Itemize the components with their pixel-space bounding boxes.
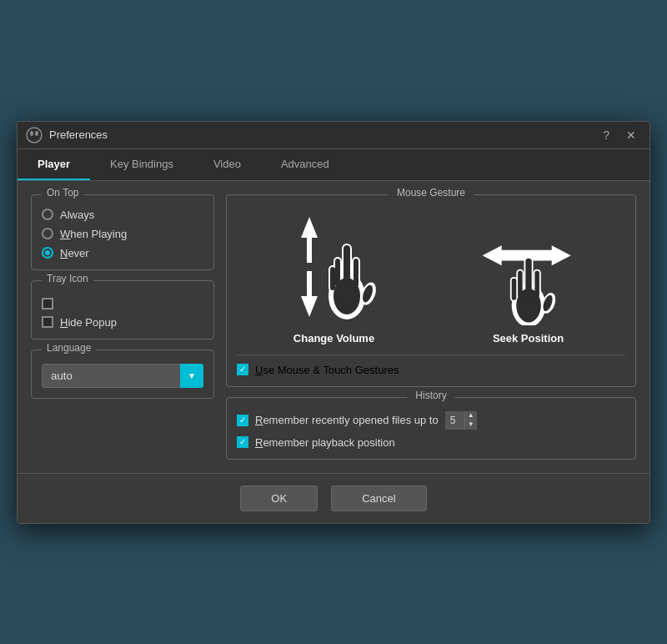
on-top-label: On Top bbox=[42, 187, 83, 199]
history-label: History bbox=[407, 390, 454, 401]
use-gesture-checkbox[interactable] bbox=[237, 364, 248, 375]
seek-position-gesture: Seek Position bbox=[479, 209, 579, 345]
hide-popup-checkbox bbox=[42, 316, 53, 328]
volume-gesture-icon bbox=[284, 209, 384, 325]
tab-player[interactable]: Player bbox=[18, 149, 90, 180]
checkbox-hide-popup[interactable]: Hide Popup bbox=[42, 316, 203, 329]
radio-never-indicator bbox=[42, 247, 53, 259]
svg-marker-3 bbox=[301, 217, 318, 263]
remember-files-checkbox[interactable] bbox=[237, 415, 248, 426]
use-gesture-text: Use Mouse & Touch Gestures bbox=[255, 364, 399, 376]
svg-point-1 bbox=[30, 131, 33, 136]
use-gesture-row: Use Mouse & Touch Gestures bbox=[237, 355, 625, 376]
tray-group: Tray Icon Hide Popup bbox=[31, 280, 214, 340]
files-increment-btn[interactable]: ▲ bbox=[465, 411, 477, 421]
radio-never[interactable]: Never bbox=[42, 247, 203, 259]
tray-label: Tray Icon bbox=[42, 273, 93, 284]
svg-rect-25 bbox=[525, 258, 531, 293]
remember-position-checkbox[interactable] bbox=[237, 436, 248, 448]
change-volume-gesture: Change Volume bbox=[284, 209, 384, 345]
language-select[interactable]: auto bbox=[42, 364, 203, 388]
tab-key-bindings[interactable]: Key Bindings bbox=[90, 149, 193, 180]
svg-rect-15 bbox=[330, 267, 335, 290]
on-top-group: On Top Always When Playing Never bbox=[31, 194, 214, 270]
radio-when-playing-indicator bbox=[42, 228, 53, 239]
change-volume-label: Change Volume bbox=[293, 332, 374, 345]
title-bar-left: Preferences bbox=[26, 127, 108, 143]
close-button[interactable]: ✕ bbox=[621, 127, 641, 143]
files-count: 5 bbox=[445, 411, 465, 430]
ok-button[interactable]: OK bbox=[240, 486, 318, 511]
files-decrement-btn[interactable]: ▼ bbox=[465, 420, 477, 430]
tab-video[interactable]: Video bbox=[193, 149, 261, 180]
main-content: On Top Always When Playing Never Tray Ic… bbox=[18, 181, 649, 473]
language-select-wrapper: auto bbox=[42, 364, 203, 388]
svg-rect-26 bbox=[518, 270, 523, 296]
preferences-dialog: Preferences ? ✕ Player Key Bindings Vide… bbox=[17, 121, 650, 524]
radio-always[interactable]: Always bbox=[42, 209, 203, 221]
gesture-illustrations: Change Volume bbox=[237, 209, 625, 345]
help-button[interactable]: ? bbox=[598, 127, 614, 143]
tab-bar: Player Key Bindings Video Advanced bbox=[18, 149, 649, 181]
tab-advanced[interactable]: Advanced bbox=[261, 149, 349, 180]
svg-rect-14 bbox=[354, 259, 359, 287]
gesture-group: Mouse Gesture bbox=[226, 194, 636, 387]
title-bar-controls: ? ✕ bbox=[598, 127, 641, 143]
tray-icon-checkbox bbox=[42, 298, 53, 309]
checkbox-tray-icon[interactable] bbox=[42, 298, 203, 309]
svg-rect-28 bbox=[511, 278, 516, 299]
seek-gesture-icon bbox=[479, 209, 579, 325]
language-group: Language auto bbox=[31, 350, 214, 399]
svg-rect-13 bbox=[335, 259, 340, 287]
history-position-row: Remember playback position bbox=[237, 436, 625, 449]
dialog-title: Preferences bbox=[49, 128, 108, 141]
mouse-gesture-label: Mouse Gesture bbox=[389, 187, 474, 199]
app-icon bbox=[26, 127, 43, 143]
radio-when-playing[interactable]: When Playing bbox=[42, 228, 203, 240]
dialog-footer: OK Cancel bbox=[18, 473, 649, 523]
history-files-row: Remember recently opened files up to 5 ▲… bbox=[237, 411, 625, 430]
seek-position-label: Seek Position bbox=[493, 332, 564, 345]
files-spinner[interactable]: 5 ▲ ▼ bbox=[445, 411, 477, 430]
svg-point-0 bbox=[27, 128, 42, 143]
files-spinner-btns: ▲ ▼ bbox=[465, 411, 477, 430]
right-panel: Mouse Gesture bbox=[226, 194, 636, 460]
radio-always-indicator bbox=[42, 209, 53, 220]
svg-point-2 bbox=[35, 131, 38, 136]
left-panel: On Top Always When Playing Never Tray Ic… bbox=[31, 194, 214, 460]
history-group: History Remember recently opened files u… bbox=[226, 397, 636, 460]
language-label: Language bbox=[42, 342, 96, 354]
svg-marker-4 bbox=[301, 271, 318, 317]
svg-rect-12 bbox=[344, 245, 350, 284]
svg-rect-27 bbox=[534, 270, 539, 296]
cancel-button[interactable]: Cancel bbox=[331, 486, 426, 511]
title-bar: Preferences ? ✕ bbox=[18, 122, 649, 149]
